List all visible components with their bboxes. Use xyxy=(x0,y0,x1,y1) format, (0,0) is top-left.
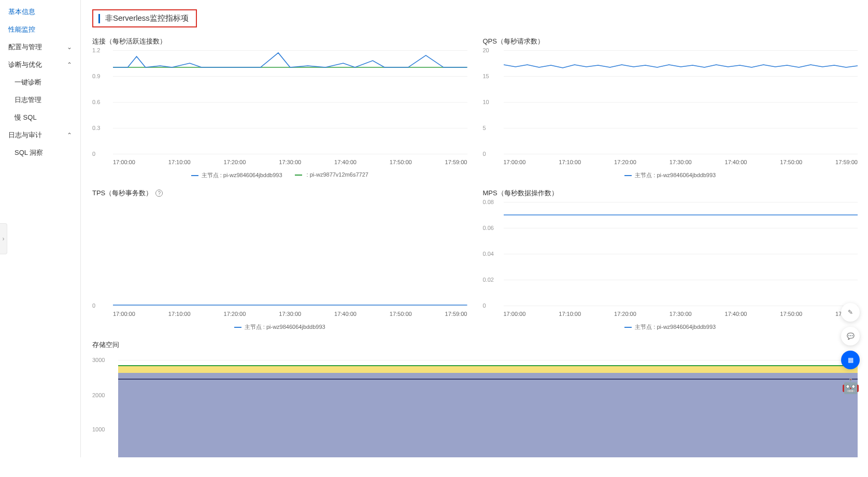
header-accent-bar xyxy=(98,14,100,23)
chart-legend: 主节点 : pi-wz9846064jbddb993 : pi-wz9877v1… xyxy=(92,168,467,189)
sidebar-collapse-handle[interactable]: › xyxy=(0,223,7,254)
chart-connections: 连接（每秒活跃连接数） 1.2 0.9 0.6 0.3 0 17:00:0017… xyxy=(92,37,467,189)
sidebar-item-perf-monitor[interactable]: 性能监控 xyxy=(0,21,80,38)
grid-icon: ▦ xyxy=(848,356,853,364)
sidebar-item-sql-insight[interactable]: SQL 洞察 xyxy=(0,144,80,162)
section-header: 非Serverless监控指标项 xyxy=(92,9,197,27)
legend-item-primary[interactable]: 主节点 : pi-wz9846064jbddb993 xyxy=(234,323,325,331)
chat-icon: 💬 xyxy=(847,333,855,340)
chart-title: QPS（每秒请求数） xyxy=(483,37,858,46)
sidebar-item-slow-sql[interactable]: 慢 SQL xyxy=(0,109,80,126)
chevron-up-icon: ⌃ xyxy=(67,61,72,68)
robot-icon: 🤖 xyxy=(842,378,860,395)
sidebar-item-log-manage[interactable]: 日志管理 xyxy=(0,91,80,109)
float-feedback-button[interactable]: 💬 xyxy=(841,327,860,345)
legend-item-primary[interactable]: 主节点 : pi-wz9846064jbddb993 xyxy=(191,171,282,179)
sidebar-item-config[interactable]: 配置与管理⌄ xyxy=(0,38,80,56)
sidebar-item-diagnosis[interactable]: 诊断与优化⌃ xyxy=(0,56,80,74)
main-content: 非Serverless监控指标项 连接（每秒活跃连接数） 1.2 0.9 0.6… xyxy=(81,0,868,457)
chart-mps: MPS（每秒数据操作数） 0.08 0.06 0.04 0.02 0 17:00… xyxy=(483,189,858,340)
x-axis-ticks: 17:00:0017:10:0017:20:0017:30:0017:40:00… xyxy=(483,309,858,320)
float-edit-button[interactable]: ✎ xyxy=(841,303,860,322)
chart-plot[interactable]: 0.08 0.06 0.04 0.02 0 xyxy=(483,202,858,306)
sidebar-item-basic-info[interactable]: 基本信息 xyxy=(0,3,80,21)
chart-plot[interactable]: 0 xyxy=(92,202,467,306)
legend-item-secondary[interactable]: : pi-wz9877v12m6s7727 xyxy=(295,171,368,179)
chart-legend: 主节点 : pi-wz9846064jbddb993 xyxy=(483,320,858,340)
sidebar-item-one-click-diag[interactable]: 一键诊断 xyxy=(0,74,80,91)
chart-title: MPS（每秒数据操作数） xyxy=(483,189,858,198)
help-icon[interactable]: ? xyxy=(155,190,163,197)
float-assistant-button[interactable]: 🤖 xyxy=(841,377,860,395)
sidebar-item-audit[interactable]: 日志与审计⌃ xyxy=(0,126,80,144)
pencil-icon: ✎ xyxy=(848,309,853,316)
chart-title: 存储空间 xyxy=(92,340,858,350)
chart-title: TPS（每秒事务数） ? xyxy=(92,189,467,198)
legend-item-primary[interactable]: 主节点 : pi-wz9846064jbddb993 xyxy=(624,171,716,179)
chart-plot[interactable]: 20 15 10 5 0 xyxy=(483,50,858,154)
chart-legend: 主节点 : pi-wz9846064jbddb993 xyxy=(483,168,858,189)
chart-plot[interactable]: 1.2 0.9 0.6 0.3 0 xyxy=(92,50,467,154)
section-header-text: 非Serverless监控指标项 xyxy=(105,13,189,23)
chart-title: 连接（每秒活跃连接数） xyxy=(92,37,467,46)
chart-storage: 存储空间 3000 2000 1000 xyxy=(92,340,858,457)
x-axis-ticks: 17:00:0017:10:0017:20:0017:30:0017:40:00… xyxy=(483,157,858,168)
legend-item-primary[interactable]: 主节点 : pi-wz9846064jbddb993 xyxy=(624,323,716,331)
x-axis-ticks: 17:00:0017:10:0017:20:0017:30:0017:40:00… xyxy=(92,157,467,168)
chart-qps: QPS（每秒请求数） 20 15 10 5 0 17:00:0017:10:00… xyxy=(483,37,858,189)
float-apps-button[interactable]: ▦ xyxy=(841,351,860,369)
x-axis-ticks: 17:00:0017:10:0017:20:0017:30:0017:40:00… xyxy=(92,309,467,320)
chevron-down-icon: ⌄ xyxy=(67,44,72,51)
sidebar: 基本信息 性能监控 配置与管理⌄ 诊断与优化⌃ 一键诊断 日志管理 慢 SQL … xyxy=(0,0,81,457)
chart-plot[interactable]: 3000 2000 1000 xyxy=(92,354,858,457)
chart-legend: 主节点 : pi-wz9846064jbddb993 xyxy=(92,320,467,340)
chevron-up-icon: ⌃ xyxy=(67,132,72,139)
chart-tps: TPS（每秒事务数） ? 0 17:00:0017:10:0017:20:001… xyxy=(92,189,467,340)
